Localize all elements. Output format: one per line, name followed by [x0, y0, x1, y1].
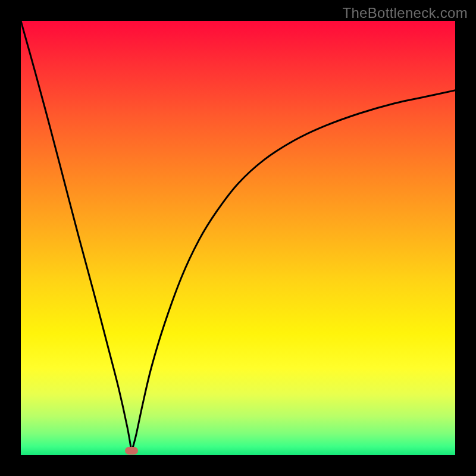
chart-frame: TheBottleneck.com	[0, 0, 476, 476]
curve-layer	[21, 21, 455, 455]
watermark-text: TheBottleneck.com	[342, 5, 468, 21]
minimum-marker	[125, 447, 138, 455]
bottleneck-curve	[21, 21, 455, 452]
plot-area	[21, 21, 455, 455]
